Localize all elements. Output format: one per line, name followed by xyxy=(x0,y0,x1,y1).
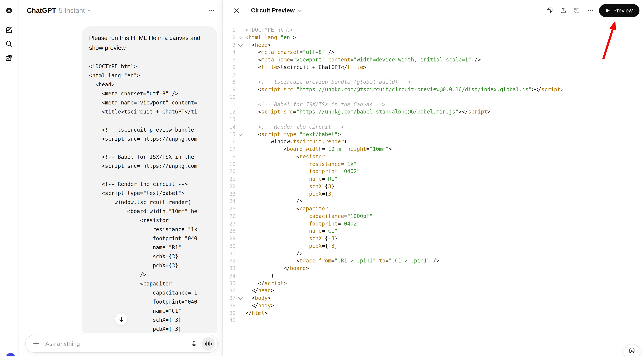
attach-button[interactable] xyxy=(32,340,40,348)
editor-line[interactable]: 18 <resistor xyxy=(223,153,644,161)
line-number[interactable]: 26 xyxy=(223,213,236,220)
editor-line[interactable]: 23 pcbX={3} xyxy=(223,190,644,198)
editor-line[interactable]: 21 name="R1" xyxy=(223,175,644,183)
line-number[interactable]: 33 xyxy=(223,265,236,272)
editor-line[interactable]: 33 </board> xyxy=(223,265,644,272)
line-number[interactable]: 17 xyxy=(223,146,236,153)
line-number[interactable]: 24 xyxy=(223,198,236,205)
line-number[interactable]: 10 xyxy=(223,93,236,101)
editor-line[interactable]: 13 xyxy=(223,116,644,123)
line-number[interactable]: 1 xyxy=(223,26,236,34)
line-number[interactable]: 6 xyxy=(223,64,236,71)
editor-line[interactable]: 27 footprint="0402" xyxy=(223,220,644,228)
scroll-to-bottom-button[interactable] xyxy=(115,313,128,326)
line-number[interactable]: 18 xyxy=(223,153,236,161)
fold-toggle[interactable] xyxy=(236,295,245,302)
editor-line[interactable]: 5 <meta name="viewport" content="width=d… xyxy=(223,56,644,64)
line-number[interactable]: 16 xyxy=(223,138,236,146)
composer[interactable] xyxy=(25,335,218,353)
line-number[interactable]: 14 xyxy=(223,123,236,131)
editor-line[interactable]: 12 <script src="https://unpkg.com/babel-… xyxy=(223,108,644,116)
chat-input[interactable] xyxy=(44,340,190,348)
line-number[interactable]: 5 xyxy=(223,56,236,64)
preview-button[interactable]: Preview xyxy=(599,4,640,17)
canvas-title[interactable]: Circuit Preview xyxy=(251,7,295,14)
share-button[interactable] xyxy=(559,6,568,15)
editor-line[interactable]: 19 resistance="1k" xyxy=(223,160,644,168)
line-number[interactable]: 2 xyxy=(223,34,236,41)
editor-line[interactable]: 20 footprint="0402" xyxy=(223,168,644,176)
editor-line[interactable]: 38 </body> xyxy=(223,302,644,310)
user-avatar[interactable] xyxy=(6,353,15,356)
line-number[interactable]: 28 xyxy=(223,228,236,235)
line-number[interactable]: 3 xyxy=(223,41,236,49)
line-number[interactable]: 8 xyxy=(223,79,236,86)
editor-line[interactable]: 39</html> xyxy=(223,310,644,317)
line-number[interactable]: 13 xyxy=(223,116,236,123)
editor-line[interactable]: 26 capacitance="1000pF" xyxy=(223,213,644,220)
line-number[interactable]: 31 xyxy=(223,250,236,257)
line-number[interactable]: 20 xyxy=(223,168,236,176)
close-canvas-button[interactable] xyxy=(231,5,242,16)
editor-line[interactable]: 34 ) xyxy=(223,272,644,280)
editor-line[interactable]: 9 <script src="https://unpkg.com/@tscirc… xyxy=(223,86,644,93)
fold-toggle[interactable] xyxy=(236,34,245,41)
editor-line[interactable]: 24 /> xyxy=(223,198,644,205)
chevron-down-icon[interactable] xyxy=(87,8,91,13)
editor-line[interactable]: 30 pcbX={-3} xyxy=(223,243,644,250)
line-number[interactable]: 22 xyxy=(223,183,236,190)
openai-logo[interactable] xyxy=(4,5,14,16)
line-number[interactable]: 32 xyxy=(223,257,236,265)
editor-line[interactable]: 29 schX={-3} xyxy=(223,235,644,243)
chevron-down-icon[interactable] xyxy=(297,8,302,13)
line-number[interactable]: 9 xyxy=(223,86,236,93)
search-button[interactable] xyxy=(4,38,14,49)
line-number[interactable]: 15 xyxy=(223,131,236,138)
model-name[interactable]: ChatGPT xyxy=(27,6,56,14)
line-number[interactable]: 39 xyxy=(223,310,236,317)
editor-line[interactable]: 15 <script type="text/babel"> xyxy=(223,131,644,138)
editor-line[interactable]: 6 <title>tscircuit + ChatGPT</title> xyxy=(223,64,644,71)
console-button[interactable] xyxy=(624,344,640,356)
voice-mode-button[interactable] xyxy=(202,337,215,351)
line-number[interactable]: 37 xyxy=(223,295,236,302)
editor-line[interactable]: 40 xyxy=(223,317,644,325)
editor-line[interactable]: 36 </head> xyxy=(223,287,644,295)
editor-line[interactable]: 25 <capacitor xyxy=(223,205,644,213)
history-button[interactable] xyxy=(573,6,581,15)
fold-toggle[interactable] xyxy=(236,41,245,49)
line-number[interactable]: 4 xyxy=(223,49,236,56)
chat-options-button[interactable] xyxy=(206,6,216,15)
line-number[interactable]: 29 xyxy=(223,235,236,243)
editor-line[interactable]: 3 <head> xyxy=(223,41,644,49)
line-number[interactable]: 36 xyxy=(223,287,236,295)
editor-line[interactable]: 37 <body> xyxy=(223,295,644,302)
line-number[interactable]: 11 xyxy=(223,101,236,108)
line-number[interactable]: 40 xyxy=(223,317,236,325)
new-chat-button[interactable] xyxy=(4,25,14,35)
editor-line[interactable]: 10 xyxy=(223,93,644,101)
line-number[interactable]: 30 xyxy=(223,243,236,250)
line-number[interactable]: 19 xyxy=(223,160,236,168)
canvas-more-button[interactable] xyxy=(586,6,595,15)
editor-line[interactable]: 8 <!-- tscircuit preview bundle (global … xyxy=(223,79,644,86)
editor-line[interactable]: 35 </script> xyxy=(223,280,644,287)
editor-line[interactable]: 16 window.tscircuit.render( xyxy=(223,138,644,146)
line-number[interactable]: 34 xyxy=(223,272,236,280)
line-number[interactable]: 12 xyxy=(223,108,236,116)
editor-line[interactable]: 2<html lang="en"> xyxy=(223,34,644,41)
fold-toggle[interactable] xyxy=(236,131,245,138)
line-number[interactable]: 35 xyxy=(223,280,236,287)
model-variant[interactable]: 5 Instant xyxy=(59,6,85,14)
library-button[interactable] xyxy=(4,53,14,63)
copy-button[interactable] xyxy=(546,6,554,15)
editor-line[interactable]: 22 schX={3} xyxy=(223,183,644,190)
line-number[interactable]: 23 xyxy=(223,190,236,198)
line-number[interactable]: 27 xyxy=(223,220,236,228)
editor-line[interactable]: 32 <trace from=".R1 > .pin1" to=".C1 > .… xyxy=(223,257,644,265)
line-number[interactable]: 25 xyxy=(223,205,236,213)
line-number[interactable]: 38 xyxy=(223,302,236,310)
editor-line[interactable]: 7 xyxy=(223,71,644,79)
editor-line[interactable]: 1<!DOCTYPE html> xyxy=(223,26,644,34)
editor-line[interactable]: 28 name="C1" xyxy=(223,228,644,235)
